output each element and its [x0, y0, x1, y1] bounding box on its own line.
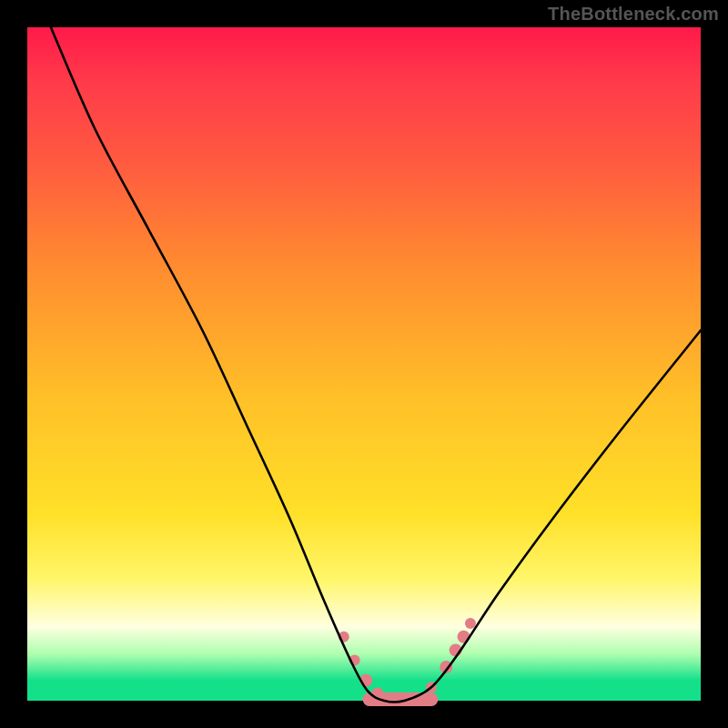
chart-svg	[27, 27, 701, 701]
marker-dot	[465, 618, 476, 629]
bottleneck-curve	[51, 27, 701, 703]
chart-frame: TheBottleneck.com	[0, 0, 728, 728]
attribution-text: TheBottleneck.com	[548, 4, 719, 25]
